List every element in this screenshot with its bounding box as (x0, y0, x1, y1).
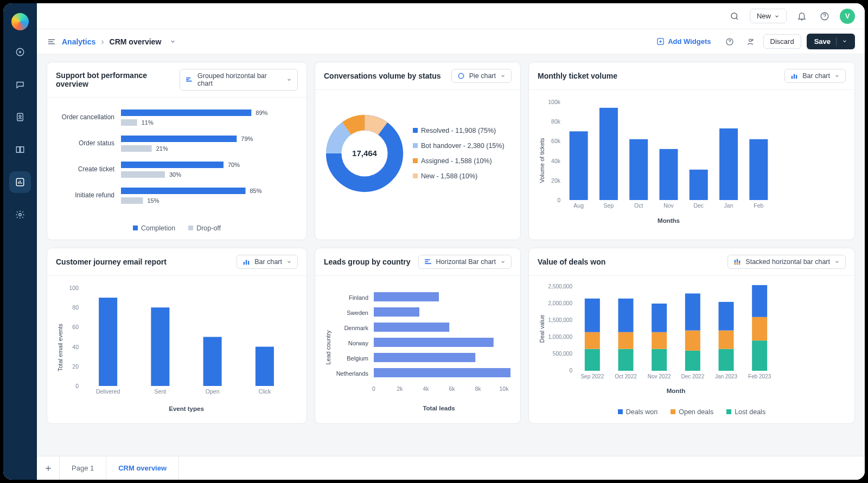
sidebar-contacts[interactable] (9, 106, 31, 128)
svg-rect-132 (685, 331, 700, 351)
svg-rect-41 (796, 75, 797, 79)
leads-chart: Lead countryFinlandSwedenDenmarkNorwayBe… (324, 282, 513, 413)
svg-text:80k: 80k (551, 118, 561, 125)
svg-text:Click: Click (259, 388, 271, 395)
discard-button[interactable]: Discard (763, 34, 801, 49)
breadcrumb-dropdown-icon[interactable] (170, 38, 176, 44)
chevron-down-icon (286, 259, 292, 265)
add-page-tab[interactable] (37, 456, 60, 480)
svg-rect-14 (121, 110, 251, 116)
svg-text:Netherlands: Netherlands (336, 370, 369, 377)
svg-text:10k: 10k (500, 385, 509, 392)
svg-rect-131 (685, 351, 700, 371)
svg-text:0: 0 (557, 197, 560, 203)
sidebar-chat[interactable] (9, 74, 31, 95)
svg-rect-141 (752, 285, 767, 317)
card-title: Monthly ticket volume (538, 72, 617, 80)
svg-rect-85 (425, 263, 431, 264)
svg-rect-111 (739, 263, 740, 265)
search-icon[interactable] (727, 9, 742, 24)
svg-text:0: 0 (372, 385, 375, 392)
svg-text:Sent: Sent (155, 388, 167, 395)
bell-icon[interactable] (794, 9, 809, 24)
svg-rect-96 (374, 353, 475, 362)
svg-rect-107 (735, 262, 736, 265)
svg-rect-55 (660, 149, 678, 200)
svg-rect-124 (618, 332, 634, 349)
svg-text:Feb 2023: Feb 2023 (748, 373, 771, 379)
chart-type-selector[interactable]: Bar chart (784, 69, 846, 83)
svg-text:89%: 89% (256, 110, 267, 116)
card-body: 020406080100Total email eventsDeliveredS… (47, 276, 307, 422)
svg-text:Sweden: Sweden (347, 310, 368, 316)
svg-text:Feb: Feb (754, 202, 763, 209)
sidebar-book[interactable] (9, 139, 31, 160)
card-body: 0500,0001,000,0001,500,0002,000,0002,500… (529, 276, 854, 423)
hbar-icon (424, 258, 432, 266)
plus-square-icon (656, 37, 665, 46)
add-widgets-link[interactable]: Add Widgets (656, 37, 711, 46)
chart-type-selector[interactable]: Pie chart (451, 69, 512, 83)
svg-rect-66 (248, 261, 249, 265)
tab-crm-overview[interactable]: CRM overview (106, 456, 179, 480)
card-leads: Leads group by country Horizontal Bar ch… (315, 248, 521, 424)
pie-legend: Resolved - 11,908 (75%)Bot handover - 2,… (413, 127, 505, 180)
svg-text:17,464: 17,464 (352, 149, 377, 158)
svg-point-9 (749, 39, 751, 42)
svg-text:21%: 21% (156, 145, 168, 152)
svg-rect-16 (121, 119, 137, 126)
svg-rect-140 (752, 317, 767, 340)
svg-text:Months: Months (658, 217, 680, 224)
chevron-down-icon (774, 14, 780, 19)
svg-text:Event types: Event types (169, 405, 204, 412)
svg-text:20k: 20k (551, 177, 561, 184)
svg-text:Create ticket: Create ticket (78, 165, 115, 173)
svg-rect-119 (585, 349, 600, 371)
svg-rect-74 (99, 298, 117, 386)
chart-type-selector[interactable]: Stacked horizontal bar chart (727, 255, 846, 269)
support-bot-chart: Order cancellation89%11%Order status79%2… (56, 104, 299, 218)
chart-type-selector[interactable]: Bar chart (237, 255, 298, 269)
chart-type-selector[interactable]: Grouped horizontal bar chart (180, 69, 298, 91)
sidebar-settings[interactable] (9, 204, 31, 226)
chevron-down-icon (500, 73, 506, 79)
svg-rect-10 (186, 78, 190, 79)
help-icon[interactable] (817, 9, 832, 24)
svg-rect-94 (374, 338, 494, 347)
card-title: Support bot performance overview (56, 71, 180, 88)
legend-item: Bot handover - 2,380 (15%) (413, 142, 505, 150)
svg-text:80: 80 (72, 304, 79, 311)
svg-text:85%: 85% (250, 188, 262, 194)
save-button[interactable]: Save (807, 34, 855, 49)
app-sidebar (3, 3, 37, 480)
svg-rect-120 (585, 332, 600, 349)
svg-text:11%: 11% (142, 119, 154, 126)
sidebar-compass[interactable] (9, 41, 31, 63)
breadcrumb-separator: › (101, 37, 104, 47)
svg-text:100: 100 (69, 285, 79, 291)
svg-rect-139 (752, 340, 767, 371)
card-title: Customer journey email report (56, 257, 167, 266)
share-icon[interactable] (743, 34, 758, 49)
help-small-icon[interactable] (722, 34, 737, 49)
svg-text:Sep 2022: Sep 2022 (580, 373, 604, 379)
svg-point-5 (731, 13, 737, 19)
sidebar-analytics[interactable] (9, 171, 31, 193)
svg-text:Total email events: Total email events (57, 323, 63, 371)
svg-rect-31 (121, 197, 143, 204)
svg-rect-76 (151, 307, 169, 386)
dashboard-canvas: Support bot performance overview Grouped… (37, 54, 865, 456)
svg-text:70%: 70% (228, 162, 240, 168)
app-logo (11, 13, 29, 30)
tab-page1[interactable]: Page 1 (60, 456, 106, 480)
chart-type-selector[interactable]: Horizontal Bar chart (418, 255, 512, 269)
user-avatar[interactable]: V (840, 9, 855, 24)
svg-rect-88 (374, 292, 439, 301)
svg-rect-83 (425, 259, 430, 260)
new-button[interactable]: New (750, 9, 787, 23)
breadcrumb-root[interactable]: Analytics (62, 37, 95, 46)
svg-rect-129 (652, 304, 667, 332)
chevron-down-icon (834, 73, 840, 79)
hamburger-icon[interactable] (47, 37, 56, 47)
svg-rect-26 (121, 171, 165, 178)
